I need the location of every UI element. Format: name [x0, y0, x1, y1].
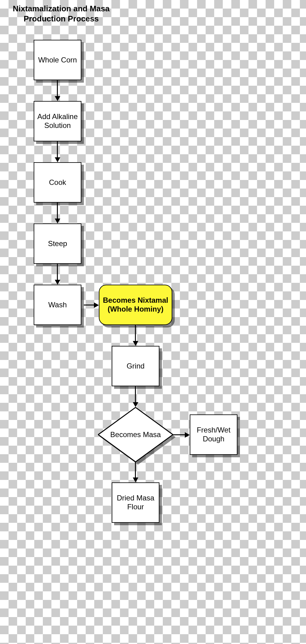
node-wash: Wash	[34, 285, 81, 325]
node-label: Steep	[48, 239, 67, 248]
edge	[135, 325, 136, 341]
node-label: Grind	[127, 362, 145, 371]
node-label: Cook	[49, 178, 66, 187]
edge	[135, 462, 136, 477]
edge	[135, 386, 136, 402]
node-nixtamal: Becomes Nixtamal (Whole Hominy)	[99, 285, 172, 325]
edge	[57, 80, 58, 96]
node-grind: Grind	[112, 346, 159, 386]
node-label: Whole Corn	[38, 56, 77, 65]
arrowhead-icon	[55, 280, 60, 285]
edge	[173, 434, 185, 435]
arrowhead-icon	[133, 402, 138, 407]
arrowhead-icon	[185, 432, 190, 438]
edge	[57, 141, 58, 157]
node-label: Becomes Masa	[110, 430, 161, 439]
node-label: Add Alkaline Solution	[36, 112, 79, 130]
arrowhead-icon	[55, 219, 60, 223]
node-label: Dried Masa Flour	[114, 494, 157, 511]
arrowhead-icon	[55, 96, 60, 101]
arrowhead-icon	[133, 341, 138, 346]
node-dried-flour: Dried Masa Flour	[112, 482, 159, 523]
arrowhead-icon	[55, 157, 60, 162]
node-label: Wash	[48, 301, 67, 309]
node-steep: Steep	[34, 223, 81, 264]
edge	[84, 305, 94, 305]
node-becomes-masa: Becomes Masa	[98, 407, 173, 462]
diagram-title: Nixtamalization and Masa Production Proc…	[6, 4, 116, 24]
node-whole-corn: Whole Corn	[34, 40, 81, 80]
arrowhead-icon	[94, 302, 99, 308]
node-fresh-dough: Fresh/Wet Dough	[190, 414, 237, 455]
node-label: Becomes Nixtamal (Whole Hominy)	[101, 296, 170, 314]
edge	[57, 264, 58, 280]
node-label: Fresh/Wet Dough	[192, 426, 235, 444]
node-add-alkaline: Add Alkaline Solution	[34, 101, 81, 141]
edge	[57, 203, 58, 219]
arrowhead-icon	[133, 477, 138, 482]
node-cook: Cook	[34, 162, 81, 203]
